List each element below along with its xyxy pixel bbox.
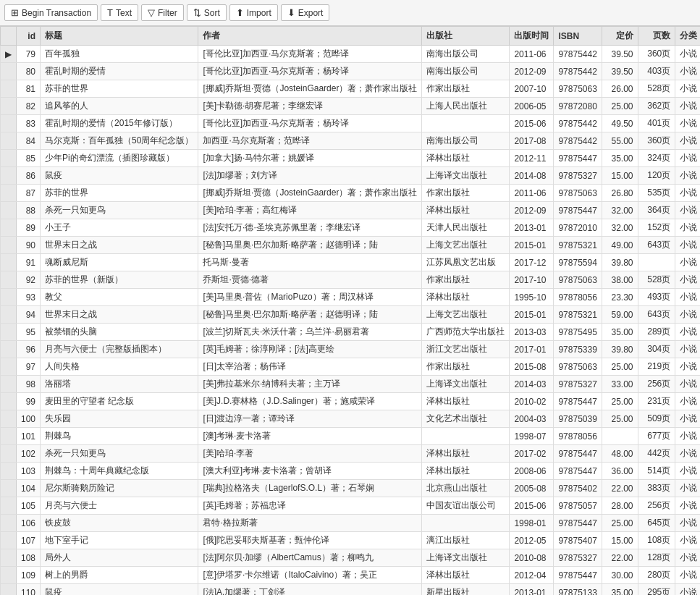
cell-publisher: 泽林出版社 bbox=[422, 393, 510, 410]
table-row[interactable]: 101荆棘鸟[澳]考琳·麦卡洛著1998-0797878056677页小说 bbox=[1, 428, 701, 445]
table-row[interactable]: 82追风筝的人[美]卡勒德·胡赛尼著；李继宏译上海人民出版社2006-05978… bbox=[1, 98, 701, 115]
row-indicator bbox=[1, 219, 17, 237]
header-publisher[interactable]: 出版社 bbox=[422, 27, 510, 46]
cell-author: [哥伦比亚]加西亚·马尔克斯著；范晔译 bbox=[198, 46, 422, 63]
table-row[interactable]: 105月亮与六便士[英]毛姆著；苏福忠译中国友谊出版公司2015-0697875… bbox=[1, 497, 701, 515]
cell-title: 苏菲的世界 bbox=[41, 80, 198, 98]
header-category[interactable]: 分类 bbox=[675, 27, 700, 46]
cell-author: [挪威]乔斯坦·贾德（JosteinGaarder）著；萧作家出版社 bbox=[198, 80, 422, 98]
header-isbn[interactable]: ISBN bbox=[554, 27, 602, 46]
cell-id: 94 bbox=[17, 306, 41, 324]
row-indicator bbox=[1, 150, 17, 167]
cell-price: 36.00 bbox=[602, 463, 638, 480]
cell-isbn: 97875057 bbox=[554, 497, 602, 515]
cell-price: 32.00 bbox=[602, 202, 638, 219]
cell-isbn: 97875495 bbox=[554, 324, 602, 341]
cell-pages: 509页 bbox=[638, 410, 675, 428]
table-row[interactable]: 93教父[美]马里奥·普佐（MarioPuzo）著；周汉林译泽林出版社1995-… bbox=[1, 289, 701, 306]
table-row[interactable]: 98洛丽塔[美]弗拉基米尔·纳博科夫著；主万译上海译文出版社2014-03978… bbox=[1, 376, 701, 393]
export-button[interactable]: ⬇ Export bbox=[281, 4, 330, 21]
cell-category: 小说 bbox=[675, 167, 700, 185]
table-row[interactable]: 80霍乱时期的爱情[哥伦比亚]加西亚·马尔克斯著；杨玲译南海出版公司2012-0… bbox=[1, 63, 701, 80]
header-id[interactable]: id bbox=[17, 27, 41, 46]
table-row[interactable]: 87苏菲的世界[挪威]乔斯坦·贾德（JosteinGaarder）著；萧作家出版… bbox=[1, 185, 701, 202]
header-pages[interactable]: 页数 bbox=[638, 27, 675, 46]
header-price[interactable]: 定价 bbox=[602, 27, 638, 46]
cell-title: 被禁锢的头脑 bbox=[41, 324, 198, 341]
cell-date: 2017-02 bbox=[510, 445, 554, 463]
header-indicator bbox=[1, 27, 17, 46]
table-row[interactable]: 86鼠疫[法]加缪著；刘方译上海译文出版社2014-089787532715.0… bbox=[1, 167, 701, 185]
cell-date: 2010-02 bbox=[510, 393, 554, 410]
cell-category: 小说 bbox=[675, 410, 700, 428]
cell-category: 小说 bbox=[675, 532, 700, 549]
filter-button[interactable]: ▽ Filter bbox=[141, 4, 184, 21]
row-indicator bbox=[1, 115, 17, 132]
table-row[interactable]: 90世界末日之战[秘鲁]马里奥·巴尔加斯·略萨著；赵德明译；陆上海文艺出版社20… bbox=[1, 237, 701, 254]
cell-category: 小说 bbox=[675, 306, 700, 324]
cell-publisher: 作家出版社 bbox=[422, 185, 510, 202]
cell-author: [意]伊塔罗·卡尔维诺（ItaloCaivino）著；吴正 bbox=[198, 567, 422, 584]
cell-price: 59.00 bbox=[602, 306, 638, 324]
import-button[interactable]: ⬆ Import bbox=[229, 4, 278, 21]
cell-price: 35.00 bbox=[602, 324, 638, 341]
cell-author: [法]加缪著；刘方译 bbox=[198, 167, 422, 185]
cell-isbn: 97875447 bbox=[554, 393, 602, 410]
table-row[interactable]: 108局外人[法]阿尔贝·加缪（AlbertCamus）著；柳鸣九上海译文出版社… bbox=[1, 549, 701, 567]
cell-price bbox=[602, 428, 638, 445]
table-row[interactable]: 95被禁锢的头脑[波兰]切斯瓦夫·米沃什著；乌兰洋·易丽君著广西师范大学出版社2… bbox=[1, 324, 701, 341]
cell-pages: 289页 bbox=[638, 324, 675, 341]
table-row[interactable]: 97人间失格[日]太宰治著；杨伟译作家出版社2015-089787506325.… bbox=[1, 358, 701, 376]
cell-date: 2006-05 bbox=[510, 98, 554, 115]
table-row[interactable]: 83霍乱时期的爱情（2015年修订版）[哥伦比亚]加西亚·马尔克斯著；杨玲译20… bbox=[1, 115, 701, 132]
table-row[interactable]: 94世界末日之战[秘鲁]马里奥·巴尔加斯·略萨著；赵德明译；陆上海文艺出版社20… bbox=[1, 306, 701, 324]
begin-transaction-button[interactable]: ⊞ Begin Transaction bbox=[4, 4, 98, 21]
text-button[interactable]: T Text bbox=[101, 4, 138, 21]
table-row[interactable]: 106铁皮鼓君特·格拉斯著1998-019787544725.00645页小说 bbox=[1, 515, 701, 532]
cell-price: 39.80 bbox=[602, 341, 638, 358]
table-container[interactable]: id 标题 作者 出版社 出版时间 ISBN 定价 页数 分类 ▶79百年孤独[… bbox=[0, 26, 700, 595]
table-row[interactable]: ▶79百年孤独[哥伦比亚]加西亚·马尔克斯著；范晔译南海出版公司2011-069… bbox=[1, 46, 701, 63]
row-indicator bbox=[1, 497, 17, 515]
header-title[interactable]: 标题 bbox=[41, 27, 198, 46]
cell-publisher bbox=[422, 428, 510, 445]
table-row[interactable]: 110鼠疫[法]A.加缪著；丁剑泽新星出版社2013-019787513335.… bbox=[1, 584, 701, 596]
header-author[interactable]: 作者 bbox=[198, 27, 422, 46]
header-date[interactable]: 出版时间 bbox=[510, 27, 554, 46]
table-row[interactable]: 96月亮与六便士（完整版插图本）[英]毛姆著；徐淳刚译；[法]高更绘浙江文艺出版… bbox=[1, 341, 701, 358]
row-indicator bbox=[1, 289, 17, 306]
table-row[interactable]: 100失乐园[日]渡边淳一著；谭玲译文化艺术出版社2004-0397875039… bbox=[1, 410, 701, 428]
cell-price: 25.00 bbox=[602, 358, 638, 376]
table-row[interactable]: 109树上的男爵[意]伊塔罗·卡尔维诺（ItaloCaivino）著；吴正泽林出… bbox=[1, 567, 701, 584]
table-row[interactable]: 103荆棘鸟：十周年典藏纪念版[澳大利亚]考琳·麦卡洛著；曾胡译泽林出版社200… bbox=[1, 463, 701, 480]
cell-pages: 120页 bbox=[638, 167, 675, 185]
table-row[interactable]: 102杀死一只知更鸟[美]哈珀·李著泽林出版社2017-029787544748… bbox=[1, 445, 701, 463]
table-row[interactable]: 99麦田里的守望者 纪念版[美]J.D.赛林格（J.D.Salinger）著；施… bbox=[1, 393, 701, 410]
table-row[interactable]: 89小王子[法]安托万·德·圣埃克苏佩里著；李继宏译天津人民出版社2013-01… bbox=[1, 219, 701, 237]
table-row[interactable]: 92苏菲的世界（新版）乔斯坦·贾德·德著作家出版社2017-1097875063… bbox=[1, 271, 701, 289]
cell-author: [哥伦比亚]加西亚·马尔克斯著；杨玲译 bbox=[198, 63, 422, 80]
table-row[interactable]: 81苏菲的世界[挪威]乔斯坦·贾德（JosteinGaarder）著；萧作家出版… bbox=[1, 80, 701, 98]
cell-price: 39.50 bbox=[602, 46, 638, 63]
cell-author: [加拿大]扬·马特尔著；姚媛译 bbox=[198, 150, 422, 167]
table-row[interactable]: 88杀死一只知更鸟[美]哈珀·李著；高红梅译泽林出版社2012-09978754… bbox=[1, 202, 701, 219]
cell-price: 23.30 bbox=[602, 289, 638, 306]
cell-id: 93 bbox=[17, 289, 41, 306]
cell-id: 88 bbox=[17, 202, 41, 219]
cell-publisher bbox=[422, 115, 510, 132]
cell-price: 25.00 bbox=[602, 410, 638, 428]
cell-title: 树上的男爵 bbox=[41, 567, 198, 584]
cell-category: 小说 bbox=[675, 376, 700, 393]
table-row[interactable]: 91魂断威尼斯托马斯·曼著江苏凤凰文艺出版2017-129787559439.8… bbox=[1, 254, 701, 271]
table-row[interactable]: 107地下室手记[俄]陀思妥耶夫斯基著；甄仲伦译漓江出版社2012-059787… bbox=[1, 532, 701, 549]
table-row[interactable]: 104尼尔斯骑鹅历险记[瑞典]拉格洛夫（LagerlofS.O.L）著；石琴娴北… bbox=[1, 480, 701, 497]
sort-icon: ⇅ bbox=[193, 7, 201, 18]
cell-isbn: 97875321 bbox=[554, 237, 602, 254]
cell-isbn: 97875321 bbox=[554, 306, 602, 324]
table-row[interactable]: 85少年Pi的奇幻漂流（插图珍藏版）[加拿大]扬·马特尔著；姚媛译泽林出版社20… bbox=[1, 150, 701, 167]
table-row[interactable]: 84马尔克斯：百年孤独（50周年纪念版）加西亚·马尔克斯著；范晔译南海出版公司2… bbox=[1, 132, 701, 150]
sort-button[interactable]: ⇅ Sort bbox=[187, 4, 227, 21]
cell-id: 90 bbox=[17, 237, 41, 254]
cell-author: [法]阿尔贝·加缪（AlbertCamus）著；柳鸣九 bbox=[198, 549, 422, 567]
cell-author: [美]卡勒德·胡赛尼著；李继宏译 bbox=[198, 98, 422, 115]
